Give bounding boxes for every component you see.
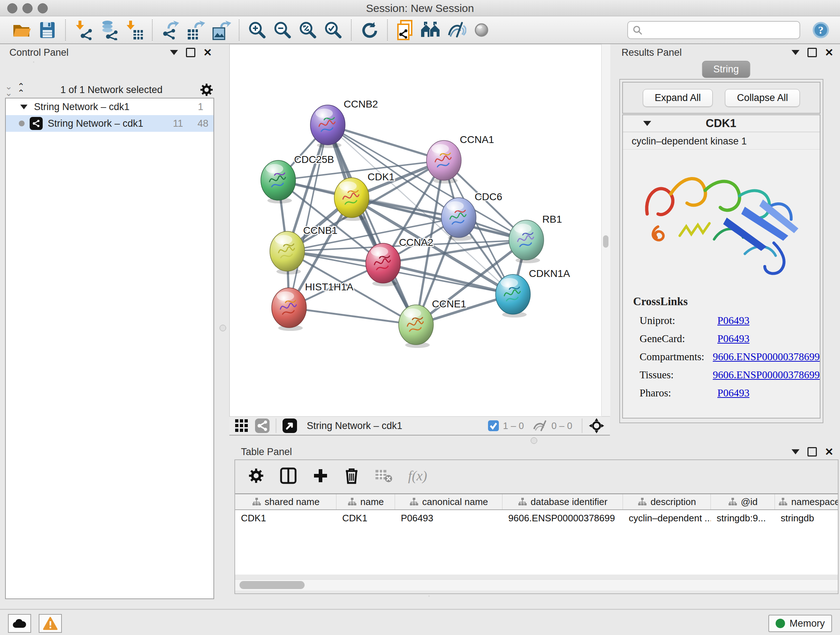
- crosslink-link[interactable]: 9606.ENSP00000378699: [713, 351, 820, 363]
- pan-crosshair-icon[interactable]: [588, 417, 605, 434]
- selected-nodes-checkbox-icon[interactable]: [488, 420, 499, 432]
- crosslink-link[interactable]: P06493: [717, 387, 750, 399]
- string-home-button[interactable]: [418, 19, 444, 42]
- export-network-button[interactable]: [158, 19, 183, 42]
- crosslink-link[interactable]: P06493: [717, 333, 750, 345]
- collapse-all-networks-icon[interactable]: ⌄⌄: [5, 83, 11, 96]
- network-options-gear-icon[interactable]: [200, 83, 213, 97]
- control-panel: Control Panel ✕ NetworkStyleSelectSets ⌄…: [0, 44, 218, 610]
- table-row[interactable]: CDK1CDK1P064939606.ENSP00000378699cyclin…: [235, 510, 838, 526]
- node-CCNE1[interactable]: CCNE1: [399, 298, 466, 348]
- table-panel-close-icon[interactable]: ✕: [825, 448, 834, 455]
- column-header-namespace[interactable]: namespace: [775, 494, 838, 509]
- horizontal-splitter-handle[interactable]: [531, 437, 537, 444]
- table-panel-float-icon[interactable]: [807, 447, 817, 456]
- scrollbar-thumb[interactable]: [240, 581, 305, 589]
- column-header-canonical-name[interactable]: canonical name: [395, 494, 502, 509]
- column-header-name[interactable]: name: [336, 494, 395, 509]
- export-image-button[interactable]: [208, 19, 234, 42]
- show-columns-icon[interactable]: [280, 467, 297, 484]
- column-header-database-identifier[interactable]: database identifier: [502, 494, 623, 509]
- table-cell[interactable]: CDK1: [336, 510, 395, 526]
- help-button[interactable]: ?: [808, 19, 834, 42]
- node-label-CCNB2: CCNB2: [344, 98, 378, 110]
- table-cell[interactable]: P06493: [395, 510, 502, 526]
- node-RB1[interactable]: RB1: [509, 214, 562, 263]
- table-cell[interactable]: stringdb:9...: [711, 510, 775, 526]
- table-cell[interactable]: CDK1: [235, 510, 336, 526]
- zoom-in-button[interactable]: [245, 19, 270, 42]
- edge-HIST1H1A-CCNE1[interactable]: [289, 308, 416, 325]
- fit-content-button[interactable]: [295, 19, 321, 42]
- network-selection-status: 1 of 1 Network selected: [23, 84, 200, 96]
- collapse-all-button[interactable]: Collapse All: [725, 89, 800, 107]
- column-header-shared-name[interactable]: shared name: [235, 494, 336, 509]
- view-mode-icon[interactable]: [255, 418, 270, 433]
- cloud-status-button[interactable]: [8, 614, 31, 633]
- control-panel-close-icon[interactable]: ✕: [203, 49, 212, 56]
- node-CDKN1A[interactable]: CDKN1A: [496, 268, 570, 318]
- expand-all-button[interactable]: Expand All: [643, 89, 713, 107]
- grid-mode-icon[interactable]: [234, 418, 249, 433]
- table-cell[interactable]: cyclin–dependent ...: [623, 510, 711, 526]
- crosslink-row: GeneCard:P06493: [633, 333, 820, 345]
- table-options-gear-icon[interactable]: [248, 468, 264, 484]
- delete-column-trash-icon[interactable]: [344, 467, 359, 484]
- protein-collapse-icon[interactable]: [643, 121, 651, 126]
- network-collection-row[interactable]: String Network – cdk1 1: [6, 98, 213, 115]
- tab-string[interactable]: String: [702, 61, 750, 78]
- edge-CCNB2-CCNA1[interactable]: [328, 125, 444, 160]
- crosslink-row: Uniprot:P06493: [633, 315, 820, 326]
- table-cell[interactable]: stringdb: [775, 510, 838, 526]
- network-graph[interactable]: CCNB2CCNA1CDC25BCDK1CDC6RB1CCNB1CCNA2CDK…: [230, 44, 602, 416]
- apply-layout-button[interactable]: [357, 19, 382, 42]
- glass-ball-effect-button[interactable]: [469, 19, 494, 42]
- import-network-from-file-button[interactable]: [71, 19, 96, 42]
- results-panel-float-icon[interactable]: [807, 48, 817, 57]
- network-row-selected[interactable]: String Network – cdk1 11 48: [6, 115, 213, 132]
- results-panel-close-icon[interactable]: ✕: [825, 49, 834, 56]
- export-table-button[interactable]: [183, 19, 208, 42]
- copy-network-button[interactable]: [393, 19, 418, 42]
- zoom-out-button[interactable]: [270, 19, 295, 42]
- create-column-plus-icon[interactable]: [313, 468, 328, 484]
- protein-card-header[interactable]: CDK1: [623, 115, 820, 132]
- control-panel-float-icon[interactable]: [186, 48, 195, 57]
- import-table-icon: [124, 20, 144, 40]
- expand-all-networks-icon[interactable]: ⌃⌃: [17, 83, 23, 96]
- network-vertical-scrollbar[interactable]: [601, 44, 610, 416]
- column-header-id[interactable]: @id: [711, 494, 775, 509]
- crosslink-link[interactable]: 9606.ENSP00000378699: [713, 369, 820, 381]
- crosslink-label: Tissues:: [633, 369, 713, 381]
- node-HIST1H1A[interactable]: HIST1H1A: [272, 281, 354, 331]
- edge-CCNB2-CCNE1[interactable]: [328, 125, 416, 325]
- search-input[interactable]: [643, 24, 795, 36]
- save-session-button[interactable]: [35, 19, 60, 42]
- results-panel-menu-icon[interactable]: [791, 50, 799, 55]
- node-CDC6[interactable]: CDC6: [441, 191, 502, 241]
- birdseye-toggle-icon[interactable]: [282, 418, 297, 433]
- column-header-description[interactable]: description: [623, 494, 711, 509]
- control-panel-menu-icon[interactable]: [170, 50, 178, 55]
- import-network-from-database-button[interactable]: [96, 19, 122, 42]
- collection-expand-icon[interactable]: [20, 105, 27, 109]
- search-field[interactable]: [627, 21, 800, 39]
- crosslink-link[interactable]: P06493: [717, 315, 750, 326]
- network-canvas[interactable]: CCNB2CCNA1CDC25BCDK1CDC6RB1CCNB1CCNA2CDK…: [229, 44, 602, 416]
- import-table-from-file-button[interactable]: [122, 19, 147, 42]
- scrollbar-thumb[interactable]: [603, 235, 608, 248]
- vertical-splitter-handle[interactable]: [219, 325, 226, 331]
- node-CDK1[interactable]: CDK1: [334, 171, 395, 221]
- zoom-selected-button[interactable]: [321, 19, 346, 42]
- warning-icon: [43, 617, 57, 630]
- node-label-CCNB1: CCNB1: [303, 225, 338, 236]
- memory-button[interactable]: Memory: [768, 615, 832, 632]
- table-cell[interactable]: 9606.ENSP00000378699: [502, 510, 623, 526]
- results-panel-title: Results Panel: [622, 47, 682, 58]
- open-session-button[interactable]: [9, 19, 35, 42]
- table-panel-menu-icon[interactable]: [791, 449, 799, 454]
- edge-CCNB2-HIST1H1A[interactable]: [289, 125, 328, 308]
- hide-glass-effect-button[interactable]: [444, 19, 469, 42]
- warnings-button[interactable]: [39, 614, 62, 633]
- table-horizontal-scrollbar[interactable]: [235, 579, 838, 591]
